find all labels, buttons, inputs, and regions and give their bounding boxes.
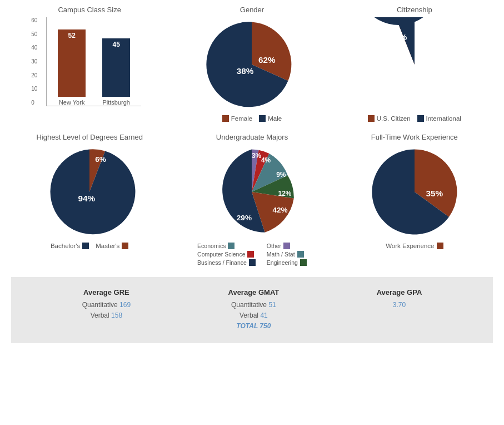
citizenship-pie-container: 19% 81% — [367, 17, 462, 112]
gre-quantitative: Quantitative 169 — [82, 300, 131, 310]
majors-econ-label: 42% — [273, 206, 288, 214]
citizenship-chart-title: Citizenship — [397, 6, 432, 14]
citizenship-intl-label: 81% — [418, 65, 436, 74]
majors-legend: Economics Computer Science Business / Fi… — [197, 243, 307, 266]
workexp-chart-cell: Full-Time Work Experience 35% Work Exper… — [336, 133, 493, 266]
workexp-legend-item: Work Experience — [386, 243, 443, 249]
bar-pittsburgh: 45 — [102, 38, 130, 97]
gender-male-text: Male — [268, 115, 282, 122]
workexp-legend: Work Experience — [386, 243, 443, 249]
gender-pie-svg: 38% 62% — [204, 17, 299, 112]
majors-mathstat-color — [297, 251, 304, 258]
gender-male-label: 62% — [258, 55, 276, 65]
majors-mathstat-text: Math / Stat — [267, 251, 295, 258]
majors-other-color — [283, 243, 290, 249]
bar-pittsburgh-value: 45 — [112, 41, 119, 48]
degrees-masters-text: Master's — [96, 243, 119, 249]
degrees-masters-legend: Master's — [96, 243, 128, 249]
gre-verbal: Verbal 158 — [82, 310, 131, 321]
bar-chart-area: 0 10 20 30 40 50 60 52 — [46, 17, 141, 106]
workexp-pie-svg: 35% — [367, 145, 462, 239]
majors-engineering-legend: Engineering — [267, 259, 307, 266]
majors-bizfin-legend: Business / Finance — [197, 259, 256, 266]
degrees-pie-container: 6% 94% — [42, 145, 137, 239]
gmat-stat-group: Average GMAT Quantitative 51 Verbal 41 T… — [228, 288, 280, 332]
bar-group-newyork: 52 New York — [58, 29, 86, 106]
gpa-stat-group: Average GPA 3.70 — [377, 288, 422, 310]
majors-eng-label: 12% — [278, 190, 292, 197]
degrees-masters-color — [122, 243, 128, 249]
gmat-title: Average GMAT — [228, 288, 280, 296]
majors-mathstat-label: 9% — [277, 171, 287, 179]
majors-econ-color — [228, 243, 234, 249]
y-axis-labels: 0 10 20 30 40 50 60 — [31, 17, 37, 106]
citizenship-us-legend: U.S. Citizen — [368, 115, 411, 122]
majors-cs-text: Computer Science — [197, 251, 245, 258]
degrees-pie-svg: 6% 94% — [42, 145, 137, 239]
citizenship-us-text: U.S. Citizen — [377, 115, 411, 122]
degrees-bachelors-label: 6% — [95, 155, 106, 164]
bar-group-pittsburgh: 45 Pittsburgh — [102, 38, 130, 106]
degrees-masters-label: 94% — [78, 194, 96, 203]
degrees-chart-title: Highest Level of Degrees Earned — [36, 133, 143, 141]
degrees-chart-cell: Highest Level of Degrees Earned 6% 94% — [11, 133, 168, 266]
workexp-pie-container: 35% — [367, 145, 462, 239]
gender-pie-container: 38% 62% — [204, 17, 299, 112]
bar-newyork-value: 52 — [68, 32, 75, 39]
gender-chart-cell: Gender 38% 62% Female — [173, 6, 330, 122]
citizenship-pie-svg: 19% 81% — [367, 17, 462, 112]
gender-male-legend: Male — [259, 115, 282, 122]
degrees-bachelors-legend: Bachelor's — [51, 243, 89, 249]
bar-chart-container: 0 10 20 30 40 50 60 52 — [28, 17, 151, 106]
gender-female-label: 38% — [237, 66, 254, 76]
citizenship-intl-color — [417, 115, 424, 122]
gre-stat-group: Average GRE Quantitative 169 Verbal 158 — [82, 288, 131, 321]
gmat-total: TOTAL 750 — [228, 321, 280, 332]
majors-bizfin-text: Business / Finance — [197, 259, 247, 266]
gender-female-legend: Female — [222, 115, 252, 122]
majors-bizfin-label: 29% — [237, 214, 252, 222]
citizenship-legend: U.S. Citizen International — [368, 115, 461, 122]
majors-other-text: Other — [267, 243, 281, 249]
degrees-bachelors-text: Bachelor's — [51, 243, 80, 249]
majors-pie-svg: 3% 4% 9% 12% 42% 29% — [204, 145, 299, 239]
majors-pie-container: 3% 4% 9% 12% 42% 29% — [204, 145, 299, 239]
majors-bizfin-color — [249, 259, 256, 266]
majors-mathstat-legend: Math / Stat — [267, 251, 307, 258]
degrees-legend: Bachelor's Master's — [51, 243, 128, 249]
gender-chart-title: Gender — [240, 6, 264, 14]
gre-title: Average GRE — [82, 288, 131, 296]
gpa-title: Average GPA — [377, 288, 422, 296]
gender-female-text: Female — [231, 115, 252, 122]
bar-chart-title: Campus Class Size — [58, 6, 121, 14]
workexp-has-label: 35% — [426, 189, 443, 199]
gender-female-color — [222, 115, 229, 122]
citizenship-intl-text: International — [426, 115, 461, 122]
citizenship-us-label: 19% — [390, 32, 407, 42]
majors-cs-label: 4% — [261, 156, 271, 164]
majors-other-label: 3% — [252, 152, 262, 160]
stats-bar: Average GRE Quantitative 169 Verbal 158 … — [11, 277, 493, 343]
majors-cs-legend: Computer Science — [197, 251, 256, 258]
bar-newyork-label: New York — [59, 99, 84, 106]
gender-legend: Female Male — [222, 115, 282, 122]
citizenship-intl-legend: International — [417, 115, 461, 122]
main-content: Campus Class Size 0 10 20 30 40 50 60 — [0, 0, 504, 349]
workexp-legend-text: Work Experience — [386, 243, 434, 249]
majors-engineering-text: Engineering — [267, 259, 298, 266]
workexp-legend-color — [437, 243, 443, 249]
majors-chart-cell: Undergraduate Majors — [173, 133, 330, 266]
gpa-value: 3.70 — [377, 300, 422, 310]
bar-chart-cell: Campus Class Size 0 10 20 30 40 50 60 — [11, 6, 168, 122]
citizenship-chart-cell: Citizenship 19% 81% — [336, 6, 493, 122]
gmat-verbal: Verbal 41 — [228, 310, 280, 321]
charts-grid: Campus Class Size 0 10 20 30 40 50 60 — [11, 6, 493, 266]
majors-chart-title: Undergraduate Majors — [216, 133, 288, 141]
bar-pittsburgh-label: Pittsburgh — [102, 99, 130, 106]
gender-male-color — [259, 115, 266, 122]
majors-econ-legend: Economics — [197, 243, 256, 249]
majors-engineering-color — [300, 259, 307, 266]
majors-cs-color — [247, 251, 254, 258]
citizenship-us-color — [368, 115, 375, 122]
bar-newyork: 52 — [58, 29, 86, 97]
